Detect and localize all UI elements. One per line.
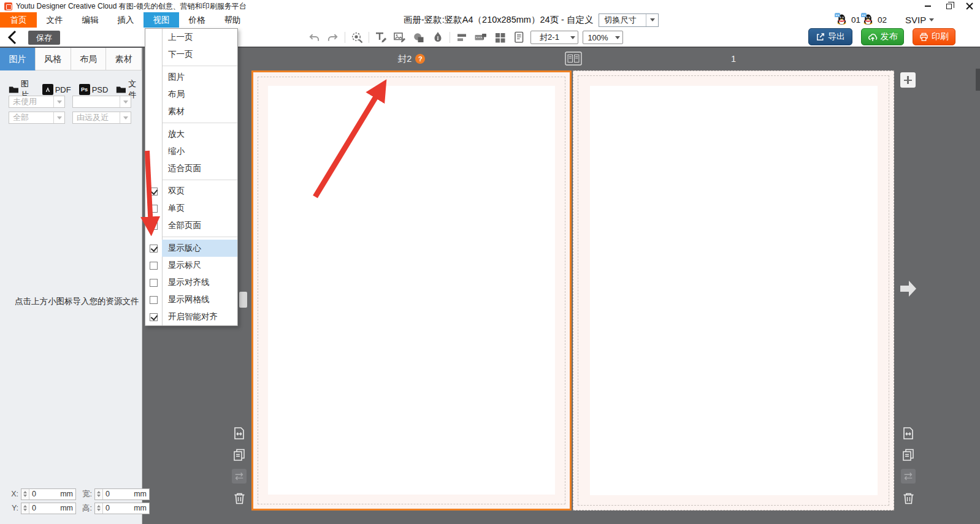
svip-dropdown[interactable]: SVIP: [905, 15, 934, 25]
chat-bubble-icon: [861, 13, 867, 17]
filter-usage-dropdown[interactable]: 未使用: [9, 96, 65, 108]
menu-help[interactable]: 帮助: [215, 12, 250, 28]
menu-item-zoom-out[interactable]: 缩小: [145, 143, 237, 160]
photoshop-icon: Ps: [79, 84, 90, 95]
panel-collapse-handle[interactable]: [239, 292, 247, 308]
tab-assets[interactable]: 素材: [106, 48, 142, 70]
import-pdf-button[interactable]: PDF: [42, 84, 71, 95]
import-psd-button[interactable]: Ps PSD: [79, 84, 109, 95]
vertical-scrollbar-thumb[interactable]: [976, 69, 980, 91]
tab-style[interactable]: 风格: [36, 48, 71, 70]
x-field[interactable]: 0 mm: [21, 488, 76, 500]
undo-button[interactable]: [307, 30, 321, 45]
qq-user-icon[interactable]: [836, 14, 849, 26]
tab-layout[interactable]: 布局: [71, 48, 107, 70]
menu-item-prev-page[interactable]: 上一页: [145, 29, 237, 46]
menu-item-images[interactable]: 图片: [145, 69, 237, 86]
menu-edit[interactable]: 编辑: [72, 12, 108, 28]
export-button[interactable]: 导出: [808, 28, 852, 45]
y-field[interactable]: 0 mm: [21, 503, 76, 514]
page-selector-value: 封2-1: [531, 32, 568, 43]
menu-item-show-ruler[interactable]: 显示标尺: [145, 257, 237, 274]
filter-all-dropdown[interactable]: 全部: [9, 112, 65, 124]
edit-image-button[interactable]: [392, 30, 407, 45]
menu-insert[interactable]: 插入: [108, 12, 144, 28]
menu-item-double-page[interactable]: 双页: [145, 183, 237, 200]
help-icon[interactable]: ?: [415, 54, 425, 64]
smart-align-checkbox[interactable]: [150, 313, 158, 321]
grid-view-button[interactable]: [492, 30, 507, 45]
type-area[interactable]: [590, 86, 878, 495]
menu-price[interactable]: 价格: [179, 12, 215, 28]
print-button[interactable]: 印刷: [913, 28, 955, 45]
redo-button[interactable]: [326, 30, 340, 45]
align-button[interactable]: [454, 30, 469, 45]
menu-item-next-page[interactable]: 下一页: [145, 46, 237, 63]
filter-sort-dropdown[interactable]: 由远及近: [72, 112, 131, 124]
double-page-checkbox[interactable]: [150, 188, 158, 196]
edit-text-button[interactable]: [373, 30, 388, 45]
resize-page-icon: [902, 427, 915, 440]
page-selector-dropdown[interactable]: 封2-1: [530, 31, 578, 44]
publish-button[interactable]: 发布: [861, 28, 904, 45]
type-area[interactable]: [268, 86, 555, 495]
show-align-lines-checkbox[interactable]: [150, 279, 158, 287]
height-field[interactable]: 0 mm: [94, 503, 150, 514]
restore-button[interactable]: [938, 0, 959, 12]
menu-item-fit-page[interactable]: 适合页面: [145, 160, 237, 177]
sidebar-tabs: 图片 风格 布局 素材: [0, 48, 142, 70]
close-button[interactable]: [959, 0, 980, 12]
copy-page-button[interactable]: [901, 447, 916, 462]
chevron-down-icon: [570, 36, 575, 39]
single-page-checkbox[interactable]: [150, 205, 158, 213]
delete-page-button[interactable]: [232, 491, 247, 506]
copy-page-button[interactable]: [232, 447, 247, 462]
menu-item-smart-align[interactable]: 开启智能对齐: [145, 308, 237, 325]
swap-page-button: [901, 469, 916, 484]
x-stepper[interactable]: [21, 489, 29, 499]
document-header: 画册-竖款:竖款A4（210x285mm）24页 - 自定义 切换尺寸: [404, 12, 659, 28]
menu-item-show-type-area[interactable]: 显示版心: [145, 240, 237, 257]
menu-item-assets[interactable]: 素材: [145, 103, 237, 120]
menu-item-all-pages[interactable]: 全部页面: [145, 217, 237, 234]
zoom-dropdown[interactable]: 100%: [583, 31, 623, 44]
pen-button[interactable]: [431, 30, 445, 45]
resize-page-button[interactable]: [232, 426, 247, 441]
filter-empty-dropdown[interactable]: [72, 96, 131, 108]
add-page-button[interactable]: [900, 72, 916, 88]
cutline-button[interactable]: [473, 30, 488, 45]
page-1[interactable]: [573, 70, 894, 511]
tab-images[interactable]: 图片: [0, 48, 36, 70]
width-field[interactable]: 0 mm: [94, 488, 150, 500]
page-list-button[interactable]: [511, 30, 526, 45]
show-ruler-checkbox[interactable]: [150, 262, 158, 270]
menu-item-layout[interactable]: 布局: [145, 86, 237, 103]
next-page-button[interactable]: [899, 279, 917, 301]
menu-file[interactable]: 文件: [37, 12, 72, 28]
back-button[interactable]: [7, 30, 20, 45]
menu-item-zoom-in[interactable]: 放大: [145, 126, 237, 143]
menu-view[interactable]: 视图: [144, 12, 179, 28]
all-pages-checkbox[interactable]: [150, 222, 158, 230]
menu-home[interactable]: 首页: [0, 12, 37, 28]
width-stepper[interactable]: [95, 489, 103, 499]
minimize-button[interactable]: [917, 0, 938, 12]
save-button[interactable]: 保存: [28, 31, 60, 45]
y-stepper[interactable]: [21, 503, 29, 514]
switch-size-dropdown[interactable]: 切换尺寸: [599, 13, 659, 27]
cutline-icon: [474, 32, 488, 43]
zoom-select-button[interactable]: [350, 30, 364, 45]
shape-button[interactable]: [412, 30, 426, 45]
height-stepper[interactable]: [95, 503, 103, 514]
menu-item-show-grid-lines[interactable]: 显示网格线: [145, 291, 237, 308]
resize-page-button[interactable]: [901, 426, 916, 441]
qq-user-icon[interactable]: [863, 14, 875, 26]
menu-item-show-align-lines[interactable]: 显示对齐线: [145, 274, 237, 291]
show-type-area-checkbox[interactable]: [150, 245, 158, 253]
menu-item-single-page[interactable]: 单页: [145, 200, 237, 217]
show-grid-lines-checkbox[interactable]: [150, 296, 158, 304]
delete-page-button[interactable]: [901, 491, 916, 506]
window-controls: [917, 0, 980, 12]
page-cover2[interactable]: [251, 70, 572, 511]
step-up-icon: [97, 505, 101, 507]
